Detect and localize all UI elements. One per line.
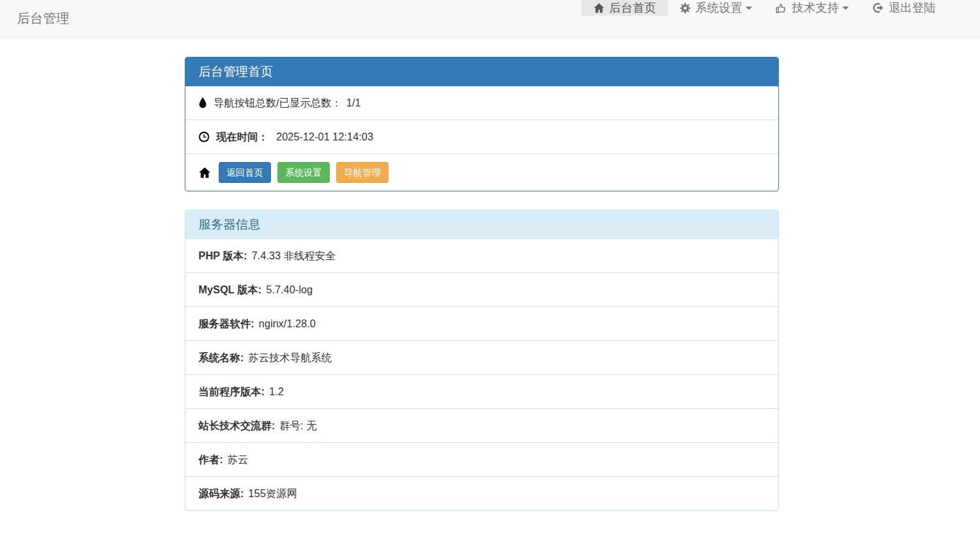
nav-item-label: 技术支持 xyxy=(792,0,839,16)
nav-stats-value: 1/1 xyxy=(346,95,360,110)
nav-item-label: 退出登陆 xyxy=(889,0,936,16)
quick-links-row: 返回首页 系统设置 导航管理 xyxy=(185,154,778,191)
current-time-label: 现在时间： xyxy=(216,129,268,144)
top-navbar: 后台管理 后台首页 系统设 xyxy=(0,0,980,38)
row-label: 源码来源: xyxy=(198,486,244,501)
chevron-down-icon xyxy=(842,7,849,10)
row-value: 5.7.40-log xyxy=(266,282,313,297)
dashboard-panel: 后台管理首页 导航按钮总数/已显示总数： 1/1 现在时间： 2025-12-0… xyxy=(185,57,779,191)
nav-item-label: 后台首页 xyxy=(609,0,656,16)
current-time-value: 2025-12-01 12:14:03 xyxy=(276,129,373,144)
nav-item-label: 系统设置 xyxy=(695,0,742,16)
row-label: 站长技术交流群: xyxy=(198,418,275,433)
nav-item-logout[interactable]: 退出登陆 xyxy=(861,0,947,16)
row-label: 服务器软件: xyxy=(198,316,254,331)
row-label: PHP 版本: xyxy=(198,248,247,263)
server-info-row-server-software: 服务器软件: nginx/1.28.0 xyxy=(185,306,778,340)
server-info-row-php: PHP 版本: 7.4.33 非线程安全 xyxy=(185,239,778,272)
current-time-row: 现在时间： 2025-12-01 12:14:03 xyxy=(185,120,778,154)
row-value: 苏云 xyxy=(227,452,248,467)
tint-icon xyxy=(198,97,207,108)
dashboard-panel-title: 后台管理首页 xyxy=(185,57,778,86)
clock-icon xyxy=(198,131,210,142)
server-info-row-mysql: MySQL 版本: 5.7.40-log xyxy=(185,272,778,306)
server-info-row-system-name: 系统名称: 苏云技术导航系统 xyxy=(185,340,778,374)
thumbs-up-icon xyxy=(776,3,787,14)
row-label: 当前程序版本: xyxy=(198,384,264,399)
row-label: 系统名称: xyxy=(198,350,244,365)
nav-manage-button[interactable]: 导航管理 xyxy=(336,162,388,183)
nav-stats-label: 导航按钮总数/已显示总数： xyxy=(213,95,341,110)
server-info-row-program-version: 当前程序版本: 1.2 xyxy=(185,374,778,408)
row-label: 作者: xyxy=(198,452,223,467)
main-content: 后台管理首页 导航按钮总数/已显示总数： 1/1 现在时间： 2025-12-0… xyxy=(185,57,779,511)
server-info-row-author: 作者: 苏云 xyxy=(185,442,778,476)
navbar-menu: 后台首页 系统设置 xyxy=(582,0,947,37)
server-info-panel: 服务器信息 PHP 版本: 7.4.33 非线程安全 MySQL 版本: 5.7… xyxy=(185,210,779,511)
home-icon xyxy=(198,167,211,179)
brand-title[interactable]: 后台管理 xyxy=(0,0,79,37)
server-info-panel-title: 服务器信息 xyxy=(185,210,778,239)
row-value: 群号: 无 xyxy=(279,418,317,433)
gear-icon xyxy=(680,3,691,14)
nav-item-system-settings[interactable]: 系统设置 xyxy=(668,0,764,16)
row-value: 1.2 xyxy=(269,384,283,399)
row-label: MySQL 版本: xyxy=(198,282,262,297)
row-value: 7.4.33 非线程安全 xyxy=(251,248,336,263)
nav-stats-row: 导航按钮总数/已显示总数： 1/1 xyxy=(185,86,778,120)
home-icon xyxy=(593,3,605,14)
row-value: 苏云技术导航系统 xyxy=(248,350,332,365)
back-home-button[interactable]: 返回首页 xyxy=(219,162,271,183)
server-info-row-source: 源码来源: 155资源网 xyxy=(185,476,778,510)
row-value: 155资源网 xyxy=(248,486,297,501)
nav-item-admin-home[interactable]: 后台首页 xyxy=(582,0,668,16)
sign-out-icon xyxy=(872,2,884,14)
row-value: nginx/1.28.0 xyxy=(259,316,315,331)
nav-item-tech-support[interactable]: 技术支持 xyxy=(764,0,861,16)
system-settings-button[interactable]: 系统设置 xyxy=(277,162,330,183)
server-info-row-qq-group: 站长技术交流群: 群号: 无 xyxy=(185,408,778,442)
chevron-down-icon xyxy=(746,7,752,10)
